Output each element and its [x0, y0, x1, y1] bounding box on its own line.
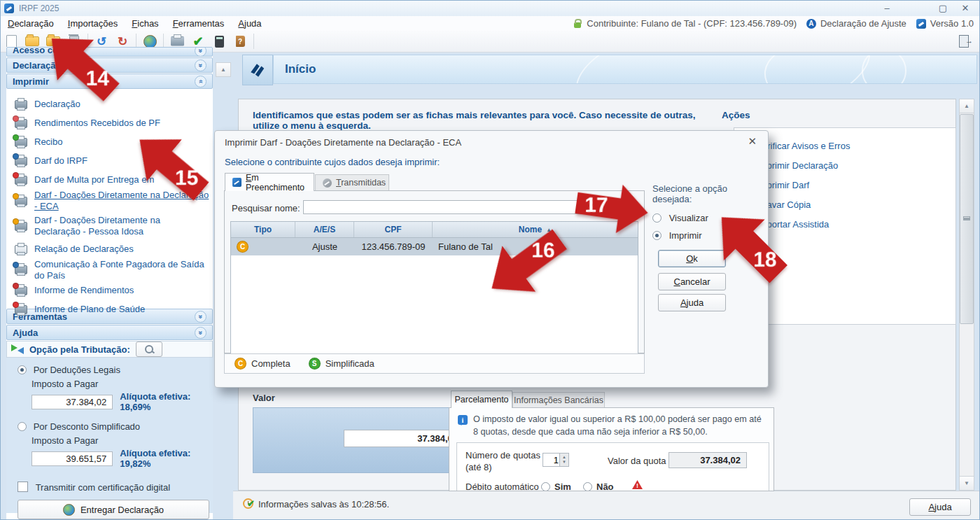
menu-fichas[interactable]: Fichas: [125, 18, 165, 29]
imposto-deducoes-field: 37.384,02: [31, 395, 113, 409]
cell-cpf: 123.456.789-09: [354, 238, 433, 255]
ajuste-badge-icon: A: [806, 19, 816, 29]
taxation-panel: Por Deduções Legais Imposto a Pagar 37.3…: [6, 358, 213, 513]
sidebar-item-label[interactable]: Informe de Rendimentos: [34, 285, 134, 296]
sidebar-item-declaracao[interactable]: Declaração: [15, 95, 213, 114]
sidebar-item-comunicacao-saida[interactable]: Comunicação à Fonte Pagadora de Saída do…: [15, 259, 213, 282]
backup-arrows-icon: ↻: [118, 36, 127, 48]
radio-visualizar[interactable]: [652, 213, 662, 223]
declaracao-tipo: Declaração de Ajuste: [820, 18, 906, 29]
receita-logo-box: [242, 55, 273, 85]
radio-debito-nao[interactable]: [583, 482, 592, 491]
column-cpf[interactable]: CPF: [354, 222, 433, 237]
title-bar: IRPF 2025 – ▢ ✕: [1, 1, 980, 17]
cell-aes: Ajuste: [295, 238, 354, 255]
button-label: Cancelar: [673, 276, 710, 287]
tab-transmitidas[interactable]: Transmitidas: [315, 174, 389, 191]
statusbar-ajuda-button[interactable]: Ajuda: [909, 498, 971, 516]
status-text: Informações salvas às 10:28:56.: [258, 499, 389, 510]
printer-icon: [171, 36, 184, 46]
quotas-stepper[interactable]: 1 ▲▼: [542, 453, 569, 467]
intro-text: Identificamos que estas podem ser as fic…: [253, 110, 715, 131]
search-label: Pesquisar nome:: [232, 203, 300, 213]
sidebar-item-label[interactable]: Darf do IRPF: [34, 155, 88, 167]
menu-bar: Declaração Importações Fichas Ferramenta…: [1, 16, 980, 31]
menu-ferramentas[interactable]: Ferramentas: [166, 18, 232, 29]
sidebar-item-label[interactable]: Darf - Doações Diretamente na Declaração…: [34, 215, 204, 238]
maximize-button[interactable]: ▢: [933, 3, 953, 13]
minimize-button[interactable]: –: [877, 3, 897, 13]
radio-label: Imprimir: [669, 230, 702, 241]
menu-ajuda[interactable]: Ajuda: [231, 18, 268, 29]
chevron-collapse-icon[interactable]: »: [195, 59, 206, 71]
sidebar-item-label[interactable]: Declaração: [34, 99, 80, 110]
scroll-down-icon[interactable]: ▼: [960, 476, 974, 490]
radio-label: Visualizar: [669, 213, 708, 223]
warning-icon: !: [632, 480, 643, 489]
button-label: Ajuda: [928, 502, 951, 512]
table-row[interactable]: C Ajuste 123.456.789-09 Fulano de Tal: [231, 238, 638, 255]
help-book-icon: ?: [236, 36, 245, 47]
arrow-number: 17: [584, 193, 608, 217]
contribuinte-info: Contribuinte: Fulano de Tal - (CPF: 123.…: [587, 18, 797, 29]
imposto-simplificado-field: 39.651,57: [31, 451, 113, 466]
sidebar-section-ajuda[interactable]: Ajuda »: [6, 325, 213, 340]
sidebar-item-label[interactable]: Recibo: [34, 136, 62, 148]
stepper-arrows-icon[interactable]: ▲▼: [559, 454, 568, 466]
radio-imprimir[interactable]: [652, 231, 662, 240]
radio-desconto-simplificado[interactable]: [18, 422, 27, 431]
column-aes[interactable]: A/E/S: [295, 222, 354, 237]
chevron-expand-icon[interactable]: »: [195, 76, 206, 87]
sidebar-item-label[interactable]: Rendimentos Recebidos de PF: [34, 118, 160, 129]
chevron-collapse-icon: »: [195, 47, 206, 57]
close-button[interactable]: ✕: [955, 3, 975, 13]
search-icon: [145, 345, 153, 353]
column-tipo[interactable]: Tipo: [231, 222, 295, 237]
sidebar-item-relacao[interactable]: Relação de Declarações: [15, 240, 213, 259]
sidebar-item-label[interactable]: Comunicação à Fonte Pagadora de Saída do…: [34, 259, 213, 282]
button-label: Ajuda: [680, 297, 704, 308]
tab-em-preenchimento[interactable]: Em Preenchimento: [225, 173, 314, 191]
radio-deducoes-legais[interactable]: [18, 365, 27, 374]
exit-button[interactable]: [954, 32, 974, 50]
page-banner: Início: [273, 55, 977, 84]
quota-valor-label: Valor da quota: [608, 456, 666, 466]
entregar-declaracao-button[interactable]: Entregar Declaração: [18, 500, 209, 519]
scrollbar-thumb[interactable]: [960, 114, 974, 324]
sidebar-item-darf-pessoa-idosa[interactable]: Darf - Doações Diretamente na Declaração…: [15, 213, 204, 240]
valor-field: 37.384,02: [344, 430, 464, 447]
scroll-up-icon[interactable]: ▲: [960, 99, 974, 113]
aliquota-simplificado: Alíquota efetiva: 19,82%: [120, 448, 213, 469]
radio-debito-sim[interactable]: [541, 482, 550, 491]
sidebar-item-label[interactable]: Relação de Declarações: [34, 244, 134, 255]
sidebar-item-informe-rendimentos[interactable]: Informe de Rendimentos: [15, 281, 213, 300]
dialog-close-icon[interactable]: ✕: [748, 135, 757, 148]
valor-label: Valor: [253, 393, 275, 403]
tab-informacoes-bancarias[interactable]: Informações Bancárias: [512, 392, 605, 408]
checkbox-certificacao-digital[interactable]: [18, 482, 28, 492]
new-document-icon: [6, 35, 17, 48]
cancelar-button[interactable]: Cancelar: [658, 273, 726, 290]
tab-parcelamento[interactable]: Parcelamento: [451, 391, 512, 408]
menu-declaracao[interactable]: Declaração: [1, 18, 61, 29]
declaration-blue-icon: [232, 178, 241, 187]
search-taxation-button[interactable]: [136, 342, 162, 357]
sidebar-item-label[interactable]: Darf de Multa por Entrega em: [34, 174, 154, 185]
printer-icon: [15, 138, 27, 147]
callout-arrow-17: 17: [573, 176, 652, 239]
window-title: IRPF 2025: [19, 3, 59, 13]
printer-icon: [15, 265, 27, 274]
opcao-tributacao-bar: Opção pela Tributação:: [6, 341, 213, 358]
chevron-collapse-icon[interactable]: »: [195, 327, 206, 339]
checkbox-row: Transmitir com certificação digital: [18, 482, 213, 493]
dialog-ajuda-button[interactable]: Ajuda: [658, 294, 726, 311]
arrow-number: 16: [531, 239, 554, 262]
help-book-button[interactable]: ?: [230, 32, 250, 50]
sidebar-item-rendimentos-pf[interactable]: Rendimentos Recebidos de PF: [15, 114, 213, 133]
entregar-label: Entregar Declaração: [80, 505, 164, 515]
simplificado-row: 39.651,57 Alíquota efetiva: 19,82%: [31, 448, 213, 469]
sidebar-scroll-up[interactable]: ▲: [216, 62, 231, 77]
chevron-collapse-icon[interactable]: »: [195, 311, 206, 323]
main-scrollbar[interactable]: ▲ ▼: [959, 99, 974, 491]
printer-icon: [15, 100, 27, 109]
